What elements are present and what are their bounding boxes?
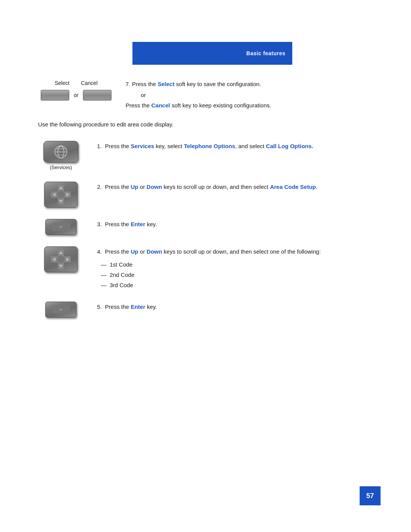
telephone-options-keyword: Telephone Options [184, 143, 235, 149]
step-4-text: 4. Press the Up or Down keys to scroll u… [97, 247, 381, 256]
step7-num: 7. [126, 81, 131, 87]
bullet-1st-code: 1st Code [101, 259, 381, 270]
select-label: Select [55, 80, 70, 86]
up-keyword-2: Up [131, 184, 138, 190]
step-5-text: 5. Press the Enter key. [97, 302, 381, 312]
cancel-softkey-button[interactable] [83, 90, 112, 101]
nav-cross-icon [49, 183, 72, 206]
step-5-row: ↵ 5. Press the Enter key. [38, 302, 381, 318]
select-keyword: Select [158, 81, 174, 87]
bullet-3rd-code: 3rd Code [101, 280, 381, 290]
step7-text-part2: soft key to save the configuration. [174, 81, 261, 87]
procedure-intro: Use the following procedure to edit area… [38, 121, 381, 128]
steps-container: (Services) 1. Press the Services key, se… [38, 141, 381, 318]
step-3-text: 3. Press the Enter key. [97, 220, 381, 229]
step-2-row: 2. Press the Up or Down keys to scroll u… [38, 182, 381, 208]
step7-cancel-text: Press the Cancel soft key to keep existi… [126, 101, 381, 110]
page-number: 57 [366, 492, 374, 500]
step7-text-part1: Press the [132, 81, 158, 87]
step-4-content: 4. Press the Up or Down keys to scroll u… [97, 246, 381, 290]
down-keyword-4: Down [147, 248, 162, 255]
area-code-setup-keyword: Area Code Setup [270, 184, 316, 190]
services-globe-icon [53, 144, 69, 160]
nav-key-image-4 [44, 246, 78, 272]
step7-right: 7. Press the Select soft key to save the… [126, 80, 381, 110]
step-2-text: 2. Press the Up or Down keys to scroll u… [97, 182, 381, 192]
softkey-row: or [41, 90, 112, 101]
header-title: Basic features [246, 50, 285, 56]
enter-keyword-5: Enter [131, 304, 145, 310]
step-1-image-col: (Services) [38, 141, 84, 170]
cancel-label: Cancel [81, 80, 98, 86]
step-3-content: 3. Press the Enter key. [97, 219, 381, 229]
step-3-row: ↵ 3. Press the Enter key. [38, 219, 381, 235]
enter-key-icon-5: ↵ [51, 304, 72, 315]
softkey-labels: Select Cancel [55, 80, 98, 86]
step7-text-part4: soft key to keep existing configurations… [170, 102, 271, 109]
step-4-bullets: 1st Code 2nd Code 3rd Code [97, 259, 381, 290]
content-area: Select Cancel or 7. Press the Select sof… [38, 80, 381, 318]
step-2-content: 2. Press the Up or Down keys to scroll u… [97, 182, 381, 192]
svg-text:↵: ↵ [59, 225, 62, 229]
up-keyword-4: Up [131, 248, 138, 255]
step-3-image-col: ↵ [38, 219, 84, 235]
nav-cross-icon-4 [49, 248, 72, 271]
enter-keyword-3: Enter [131, 221, 145, 227]
page-number-box: 57 [360, 486, 381, 505]
step-5-content: 5. Press the Enter key. [97, 302, 381, 312]
cancel-keyword: Cancel [151, 102, 170, 109]
nav-key-image [44, 182, 78, 208]
page-container: Basic features Select Cancel or 7. Press [0, 0, 411, 532]
step7-left: Select Cancel or [38, 80, 114, 101]
step-1-row: (Services) 1. Press the Services key, se… [38, 141, 381, 170]
step-4-row: 4. Press the Up or Down keys to scroll u… [38, 246, 381, 290]
svg-point-16 [57, 256, 65, 263]
svg-point-7 [57, 191, 65, 198]
step-4-image-col [38, 246, 84, 272]
svg-text:↵: ↵ [59, 307, 62, 312]
enter-key-image-5: ↵ [45, 302, 76, 318]
step7-text-part3: Press the [126, 102, 151, 109]
call-log-options-keyword: Call Log Options. [266, 143, 313, 149]
services-label: (Services) [50, 165, 72, 170]
down-keyword-2: Down [147, 184, 162, 190]
services-keyword: Services [131, 143, 154, 149]
enter-key-icon-3: ↵ [51, 222, 72, 232]
bullet-2nd-code: 2nd Code [101, 270, 381, 280]
step7-or-middle: or [141, 92, 381, 98]
step7-text: 7. Press the Select soft key to save the… [126, 80, 381, 89]
header-banner: Basic features [132, 42, 292, 65]
or-text-softkey: or [74, 92, 78, 98]
select-softkey-button[interactable] [41, 90, 69, 101]
services-key-image [43, 141, 78, 163]
step-1-content: 1. Press the Services key, select Teleph… [97, 141, 381, 151]
step7-section: Select Cancel or 7. Press the Select sof… [38, 80, 381, 110]
step-5-image-col: ↵ [38, 302, 84, 318]
step-2-image-col [38, 182, 84, 208]
enter-key-image-3: ↵ [45, 219, 76, 235]
step-1-text: 1. Press the Services key, select Teleph… [97, 142, 381, 151]
